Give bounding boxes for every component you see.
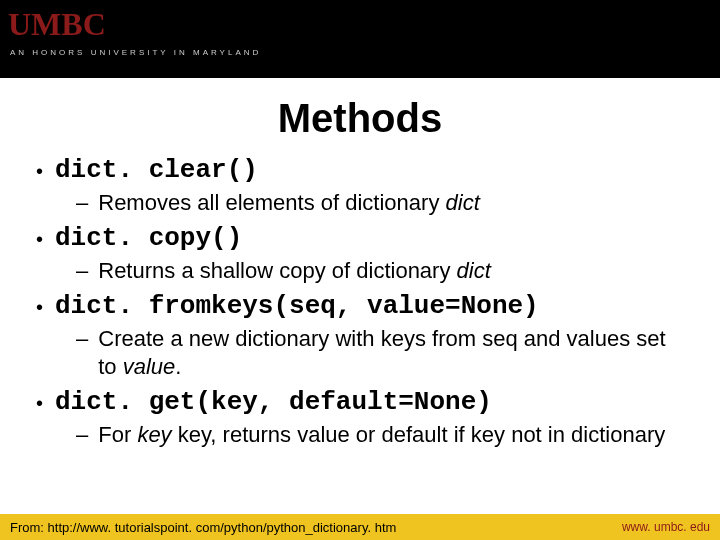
footer-site: www. umbc. edu [622,520,710,534]
bullet-icon: • [36,155,43,187]
desc-pre: Returns a shallow copy of dictionary [98,258,456,283]
slide-title: Methods [0,96,720,141]
desc-text: Returns a shallow copy of dictionary dic… [98,257,491,285]
footer-source: From: http://www. tutorialspoint. com/py… [10,520,396,535]
header-bar: UMBC AN HONORS UNIVERSITY IN MARYLAND [0,0,720,78]
method-desc: – For key key, returns value or default … [76,421,690,449]
dash-icon: – [76,257,88,285]
method-desc: – Returns a shallow copy of dictionary d… [76,257,690,285]
desc-em: key [137,422,171,447]
desc-text: For key key, returns value or default if… [98,421,665,449]
bullet-icon: • [36,223,43,255]
method-desc: – Removes all elements of dictionary dic… [76,189,690,217]
logo-text: UMBC [8,6,106,42]
dash-icon: – [76,189,88,217]
method-item: • dict. clear() [36,155,690,187]
footer-bar: From: http://www. tutorialspoint. com/py… [0,514,720,540]
desc-post: key, returns value or default if key not… [172,422,666,447]
desc-em: dict [457,258,491,283]
dash-icon: – [76,325,88,353]
desc-pre: For [98,422,137,447]
logo: UMBC [8,6,106,43]
method-name: dict. fromkeys(seq, value=None) [55,291,539,321]
desc-em: value [123,354,176,379]
method-name: dict. get(key, default=None) [55,387,492,417]
desc-text: Create a new dictionary with keys from s… [98,325,690,381]
desc-pre: Removes all elements of dictionary [98,190,445,215]
method-item: • dict. copy() [36,223,690,255]
dash-icon: – [76,421,88,449]
desc-em: dict [446,190,480,215]
method-name: dict. clear() [55,155,258,185]
method-item: • dict. get(key, default=None) [36,387,690,419]
tagline: AN HONORS UNIVERSITY IN MARYLAND [10,48,261,57]
bullet-icon: • [36,387,43,419]
method-item: • dict. fromkeys(seq, value=None) [36,291,690,323]
bullet-icon: • [36,291,43,323]
desc-pre: Create a new dictionary with keys from s… [98,326,665,379]
desc-text: Removes all elements of dictionary dict [98,189,480,217]
desc-post: . [175,354,181,379]
content-area: • dict. clear() – Removes all elements o… [0,155,720,449]
method-desc: – Create a new dictionary with keys from… [76,325,690,381]
method-name: dict. copy() [55,223,242,253]
